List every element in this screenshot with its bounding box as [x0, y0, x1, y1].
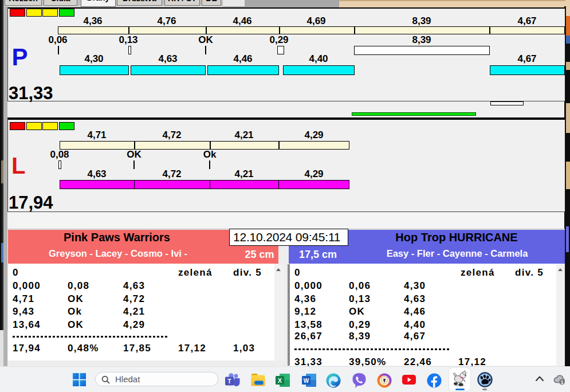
svg-text:1: 1 — [561, 379, 564, 385]
svg-text:W: W — [304, 378, 309, 384]
svg-text:X: X — [278, 377, 282, 384]
svg-text:T: T — [227, 378, 231, 385]
